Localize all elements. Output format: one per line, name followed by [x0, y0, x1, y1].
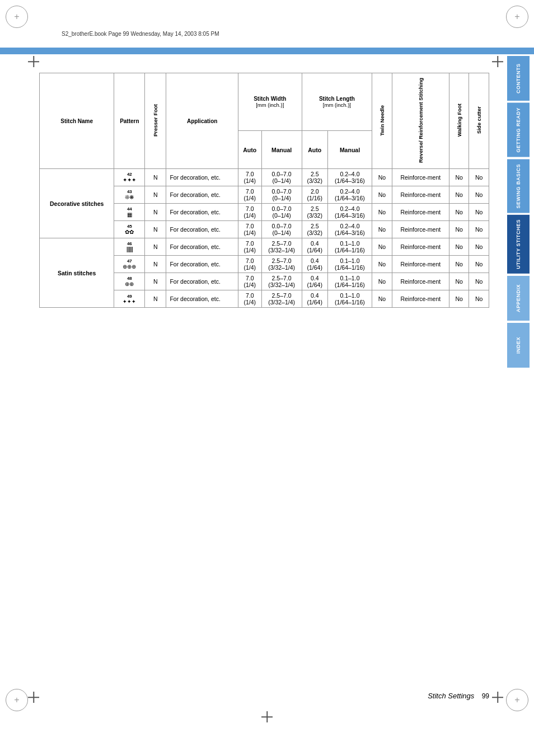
width-auto-cell: 7.0(1/4) [238, 186, 261, 204]
category-label: Satin stitches [40, 238, 114, 308]
application-cell: For decoration, etc. [166, 290, 238, 308]
sidebar-tab-contents[interactable]: CONTENTS [507, 56, 530, 101]
length-manual-cell: 0.1–1.0(1/64–1/16) [327, 273, 372, 290]
length-auto-cell: 0.4(1/64) [302, 238, 327, 256]
width-manual-cell: 2.5–7.0(3/32–1/4) [261, 256, 302, 273]
reverse-cell: Reinforce-ment [392, 169, 449, 186]
sidebar-tab-utility-stitches[interactable]: UTILITY STITCHES [507, 215, 530, 274]
length-auto-cell: 2.5(3/32) [302, 221, 327, 238]
side-cutter-cell: No [469, 256, 489, 273]
presser-foot-cell: N [145, 186, 166, 204]
header-pattern: Pattern [114, 73, 145, 169]
width-auto-cell: 7.0(1/4) [238, 221, 261, 238]
width-auto-cell: 7.0(1/4) [238, 256, 261, 273]
side-cutter-cell: No [469, 221, 489, 238]
reverse-cell: Reinforce-ment [392, 290, 449, 308]
walking-foot-cell: No [449, 204, 469, 221]
stitch-settings-table: Stitch Name Pattern Presser Foot Applica… [39, 73, 489, 308]
header-width-auto: Auto [238, 131, 261, 169]
sidebar-tab-appendix[interactable]: APPENDIX [507, 276, 530, 321]
header-length-manual: Manual [327, 131, 372, 169]
presser-foot-cell: N [145, 256, 166, 273]
cross-mark-bottom-center [261, 711, 273, 722]
twin-needle-cell: No [372, 256, 392, 273]
pattern-cell: 48⊕⊕ [114, 273, 145, 290]
pattern-cell: 44▦ [114, 204, 145, 221]
width-auto-cell: 7.0(1/4) [238, 204, 261, 221]
length-manual-cell: 0.2–4.0(1/64–3/16) [327, 169, 372, 186]
width-manual-cell: 0.0–7.0(0–1/4) [261, 186, 302, 204]
header-walking-foot: Walking Foot [449, 73, 469, 169]
length-manual-cell: 0.2–4.0(1/64–3/16) [327, 221, 372, 238]
length-auto-cell: 2.5(3/32) [302, 204, 327, 221]
width-manual-cell: 0.0–7.0(0–1/4) [261, 204, 302, 221]
length-manual-cell: 0.1–1.0(1/64–1/16) [327, 238, 372, 256]
presser-foot-cell: N [145, 290, 166, 308]
application-cell: For decoration, etc. [166, 186, 238, 204]
walking-foot-cell: No [449, 169, 469, 186]
corner-decoration-br [506, 689, 528, 711]
reverse-cell: Reinforce-ment [392, 221, 449, 238]
length-auto-cell: 2.0(1/16) [302, 186, 327, 204]
walking-foot-cell: No [449, 238, 469, 256]
side-cutter-cell: No [469, 273, 489, 290]
presser-foot-cell: N [145, 169, 166, 186]
reverse-cell: Reinforce-ment [392, 256, 449, 273]
application-cell: For decoration, etc. [166, 256, 238, 273]
page-footer: Stitch Settings 99 [0, 692, 500, 700]
header-width-manual: Manual [261, 131, 302, 169]
twin-needle-cell: No [372, 204, 392, 221]
application-cell: For decoration, etc. [166, 273, 238, 290]
width-manual-cell: 0.0–7.0(0–1/4) [261, 221, 302, 238]
application-cell: For decoration, etc. [166, 238, 238, 256]
side-cutter-cell: No [469, 186, 489, 204]
application-cell: For decoration, etc. [166, 204, 238, 221]
length-auto-cell: 0.4(1/64) [302, 273, 327, 290]
reverse-cell: Reinforce-ment [392, 273, 449, 290]
page-number: 99 [482, 692, 489, 700]
width-manual-cell: 2.5–7.0(3/32–1/4) [261, 290, 302, 308]
top-bar [0, 48, 534, 54]
twin-needle-cell: No [372, 186, 392, 204]
length-manual-cell: 0.1–1.0(1/64–1/16) [327, 256, 372, 273]
pattern-cell: 45✿✿ [114, 221, 145, 238]
category-label: Decorative stitches [40, 169, 114, 238]
pattern-cell: 47⊕⊕⊕ [114, 256, 145, 273]
twin-needle-cell: No [372, 221, 392, 238]
pattern-cell: 46||||||| [114, 238, 145, 256]
width-manual-cell: 0.0–7.0(0–1/4) [261, 169, 302, 186]
walking-foot-cell: No [449, 256, 469, 273]
width-auto-cell: 7.0(1/4) [238, 238, 261, 256]
main-content: Stitch Name Pattern Presser Foot Applica… [28, 56, 500, 319]
table-row: Satin stitches46|||||||NFor decoration, … [40, 238, 489, 256]
reverse-cell: Reinforce-ment [392, 238, 449, 256]
pattern-cell: 42✦✦✦ [114, 169, 145, 186]
header-length-auto: Auto [302, 131, 327, 169]
sidebar-tab-getting-ready[interactable]: GETTING READY [507, 103, 530, 157]
table-row: Decorative stitches42✦✦✦NFor decoration,… [40, 169, 489, 186]
book-title: Stitch Settings [428, 692, 474, 700]
width-manual-cell: 2.5–7.0(3/32–1/4) [261, 238, 302, 256]
presser-foot-cell: N [145, 273, 166, 290]
application-cell: For decoration, etc. [166, 221, 238, 238]
reverse-cell: Reinforce-ment [392, 186, 449, 204]
walking-foot-cell: No [449, 186, 469, 204]
header-presser-foot: Presser Foot [145, 73, 166, 169]
reverse-cell: Reinforce-ment [392, 204, 449, 221]
length-auto-cell: 2.5(3/32) [302, 169, 327, 186]
header-side-cutter: Side cutter [469, 73, 489, 169]
presser-foot-cell: N [145, 221, 166, 238]
side-cutter-cell: No [469, 169, 489, 186]
header-stitch-length: Stitch Length [mm (inch.)] [302, 73, 372, 131]
sidebar-tab-sewing-basics[interactable]: SEWING BASICS [507, 159, 530, 213]
header-application: Application [166, 73, 238, 169]
presser-foot-cell: N [145, 238, 166, 256]
presser-foot-cell: N [145, 204, 166, 221]
walking-foot-cell: No [449, 221, 469, 238]
width-manual-cell: 2.5–7.0(3/32–1/4) [261, 273, 302, 290]
twin-needle-cell: No [372, 169, 392, 186]
application-cell: For decoration, etc. [166, 169, 238, 186]
twin-needle-cell: No [372, 238, 392, 256]
length-auto-cell: 0.4(1/64) [302, 256, 327, 273]
sidebar-tab-index[interactable]: INDEX [507, 323, 530, 368]
